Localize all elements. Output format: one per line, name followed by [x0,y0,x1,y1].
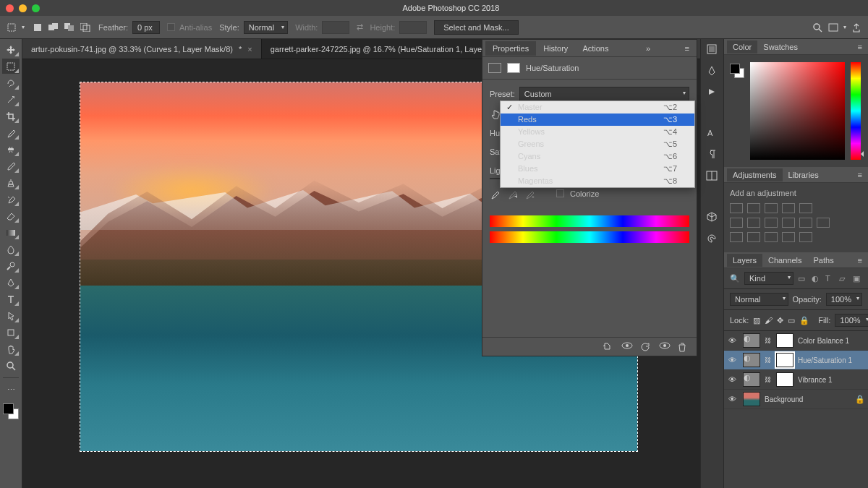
character-icon[interactable]: A [706,127,719,140]
eyedropper-add-icon[interactable]: + [507,189,519,201]
spectrum-out[interactable] [490,231,689,243]
exposure-adj-icon[interactable] [782,203,795,213]
color-swatch-pair[interactable] [730,64,744,78]
colorbal-adj-icon[interactable] [747,218,760,228]
tab-color[interactable]: Color [727,40,757,53]
filter-kind-select[interactable]: Kind [744,272,793,285]
eraser-tool[interactable] [2,208,20,223]
filter-type-icon[interactable]: T [825,274,835,283]
search-icon[interactable] [812,22,823,33]
paragraph-icon[interactable] [706,149,719,162]
rectangle-tool[interactable] [2,325,20,340]
eyedropper-set-icon[interactable] [490,189,501,201]
zoom-tool[interactable] [2,358,20,373]
vibrance-adj-icon[interactable] [799,203,812,213]
opacity-field[interactable]: 100% [826,293,862,306]
type-tool[interactable] [2,291,20,307]
filter-adj-icon[interactable]: ◐ [812,274,821,283]
hue-strip[interactable] [851,62,861,160]
pen-tool[interactable] [2,275,20,290]
minimize-window[interactable] [19,4,27,12]
crop-tool[interactable] [2,108,20,124]
tab-layers[interactable]: Layers [727,254,762,267]
glyphs-icon[interactable] [706,171,719,184]
dropdown-item-reds[interactable]: Reds⌥3 [501,114,694,126]
dropdown-item-yellows[interactable]: Yellows⌥4 [501,126,694,138]
filter-search-icon[interactable]: 🔍 [730,274,740,283]
colorize-checkbox[interactable] [556,189,564,197]
layer-name[interactable]: Background [765,395,851,403]
move-tool[interactable] [2,42,20,57]
link-icon[interactable]: ⛓ [765,376,772,383]
mask-thumb[interactable] [776,333,793,348]
layer-name[interactable]: Color Balance 1 [798,337,864,345]
cc-icon[interactable] [706,233,719,246]
lasso-tool[interactable] [2,75,20,90]
threshold-adj-icon[interactable] [765,232,778,242]
preset-select[interactable]: Custom [519,87,689,101]
visibility-icon[interactable] [659,342,671,352]
hand-tool[interactable] [2,341,20,356]
layer-name[interactable]: Hue/Saturation 1 [798,356,864,364]
intersect-selection-icon[interactable] [80,22,91,33]
panel-menu-icon[interactable]: ≡ [681,44,694,53]
zoom-window[interactable] [32,4,40,12]
hue-adj-icon[interactable] [730,218,743,228]
mask-thumb[interactable] [776,372,793,387]
visibility-toggle[interactable]: 👁 [728,356,739,364]
spectrum-in[interactable] [490,215,689,227]
tab-paths[interactable]: Paths [808,254,840,267]
invert-adj-icon[interactable] [730,232,743,242]
document-tab-1[interactable]: artur-pokusin-741.jpg @ 33.3% (Curves 1,… [22,39,262,59]
3d-icon[interactable] [706,211,719,224]
magic-wand-tool[interactable] [2,92,20,107]
add-selection-icon[interactable] [48,22,59,33]
collapse-icon[interactable]: » [642,44,655,53]
dropdown-item-greens[interactable]: Greens⌥5 [501,138,694,150]
eyedropper-subtract-icon[interactable]: - [524,189,536,201]
visibility-toggle[interactable]: 👁 [728,336,739,345]
close-tab-icon[interactable]: × [247,45,252,53]
color-swatches[interactable] [3,403,19,419]
feather-field[interactable]: 0 px [132,21,160,34]
tab-libraries[interactable]: Libraries [783,168,825,181]
new-selection-icon[interactable] [32,22,43,33]
filter-shape-icon[interactable]: ▱ [839,274,848,283]
marquee-tool[interactable] [2,59,20,74]
path-select-tool[interactable] [2,308,20,323]
tab-adjustments[interactable]: Adjustments [727,168,783,181]
history-brush-tool[interactable] [2,192,20,207]
marquee-tool-icon[interactable] [6,22,17,33]
blur-tool[interactable] [2,241,20,257]
play-icon[interactable] [706,87,719,100]
lut-adj-icon[interactable] [817,218,830,228]
tab-channels[interactable]: Channels [762,254,807,267]
healing-brush-tool[interactable] [2,142,20,157]
fill-field[interactable]: 100% [835,314,868,327]
document-tab-2[interactable]: garrett-parker-247225.jpg @ 16.7% (Hue/S… [262,39,518,59]
posterize-adj-icon[interactable] [747,232,760,242]
gradient-tool[interactable] [2,225,20,240]
subtract-selection-icon[interactable] [64,22,75,33]
clone-stamp-tool[interactable] [2,175,20,190]
channel-mixer-adj-icon[interactable] [799,218,812,228]
lock-position-icon[interactable]: ✥ [777,316,783,325]
select-and-mask-button[interactable]: Select and Mask... [434,20,519,35]
edit-toolbar[interactable]: ⋯ [2,382,20,398]
brushes-icon[interactable] [706,65,719,78]
dropdown-item-cyans[interactable]: Cyans⌥6 [501,150,694,163]
layer-row[interactable]: 👁 ◐ ⛓ Color Balance 1 [724,331,868,351]
share-icon[interactable] [851,22,862,33]
lock-all-icon[interactable]: 🔒 [799,316,809,325]
lock-paint-icon[interactable]: 🖌 [765,316,773,325]
brush-settings-icon[interactable] [706,43,719,56]
layer-name[interactable]: Vibrance 1 [798,376,864,384]
brightness-adj-icon[interactable] [730,203,743,213]
reset-icon[interactable] [640,342,652,352]
layer-row[interactable]: 👁 ◐ ⛓ Vibrance 1 [724,370,868,390]
tab-history[interactable]: History [536,41,575,56]
lock-artboard-icon[interactable]: ▭ [788,316,795,325]
view-previous-icon[interactable] [621,342,633,352]
brush-tool[interactable] [2,158,20,174]
tab-swatches[interactable]: Swatches [757,40,804,53]
